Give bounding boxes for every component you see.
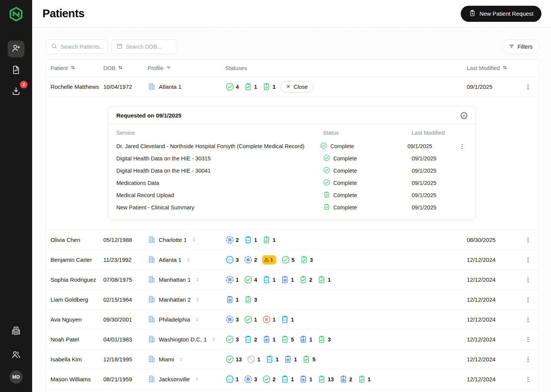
- new-patient-request-button[interactable]: New Patient Request: [461, 6, 541, 22]
- profile-switcher[interactable]: [178, 356, 184, 362]
- patient-profile: Washington D.C. 1: [148, 335, 225, 344]
- status-group[interactable]: 1: [280, 315, 294, 324]
- row-menu-button[interactable]: [523, 235, 533, 245]
- profile-switcher[interactable]: [194, 376, 200, 382]
- status-group[interactable]: 3: [244, 295, 257, 304]
- status-group[interactable]: 3: [300, 255, 313, 264]
- patient-dob: 11/23/1992: [103, 256, 148, 263]
- status-group[interactable]: 5: [280, 335, 294, 344]
- sort-icon[interactable]: [502, 65, 508, 72]
- status-group[interactable]: 2: [262, 375, 276, 384]
- search-dob-input[interactable]: [126, 44, 172, 50]
- status-processing-gear-icon: [244, 255, 253, 264]
- profile-switcher[interactable]: [194, 317, 200, 322]
- status-group[interactable]: 1: [284, 355, 297, 364]
- column-header-dob[interactable]: DOB: [103, 65, 148, 72]
- status-group[interactable]: 5: [302, 355, 315, 364]
- sidebar-item-reports[interactable]: [8, 62, 24, 79]
- sidebar-item-downloads[interactable]: 2: [8, 83, 24, 100]
- status-complete-icon: [323, 167, 330, 175]
- patient-row[interactable]: Rochelle Matthews 10/04/1972 Atlanta 1 4…: [46, 77, 539, 97]
- status-group[interactable]: 3: [317, 335, 331, 344]
- status-group[interactable]: 1: [244, 315, 257, 324]
- status-group[interactable]: 3: [244, 375, 257, 384]
- row-menu-button[interactable]: [523, 314, 533, 325]
- status-group[interactable]: 1: [262, 82, 276, 91]
- profile-switcher[interactable]: [191, 237, 197, 243]
- search-patients-input[interactable]: [60, 44, 103, 50]
- patient-row[interactable]: Liam Goldberg 02/15/1964 Manhattan 2 13 …: [46, 290, 539, 310]
- status-group[interactable]: 1: [265, 355, 279, 364]
- column-header-last-modified[interactable]: Last Modified: [467, 65, 517, 72]
- filter-icon[interactable]: [166, 65, 171, 72]
- profile-switcher[interactable]: [195, 277, 201, 283]
- patient-profile: Miami: [148, 355, 225, 364]
- profile-switcher[interactable]: [195, 297, 201, 302]
- patient-row[interactable]: Sophia Rodriguez 07/08/1975 Manhattan 1 …: [46, 270, 539, 290]
- sidebar-item-team[interactable]: [8, 347, 24, 364]
- status-group[interactable]: 1: [262, 315, 276, 324]
- row-menu-button[interactable]: [523, 334, 533, 345]
- task-complete-icon: [299, 275, 308, 284]
- status-group[interactable]: 1: [225, 375, 239, 384]
- close-expanded-button[interactable]: Close: [280, 81, 313, 93]
- last-modified-date: 12/12/2024: [467, 336, 517, 343]
- profile-switcher[interactable]: [211, 336, 217, 342]
- status-group[interactable]: 2: [339, 375, 352, 384]
- column-header-profile[interactable]: Profile: [148, 65, 225, 72]
- status-group[interactable]: 2: [225, 235, 239, 244]
- status-group[interactable]: 1: [262, 335, 276, 344]
- status-group[interactable]: 2: [244, 335, 257, 344]
- status-group[interactable]: 1: [244, 82, 257, 91]
- service-menu-button[interactable]: [456, 141, 467, 152]
- sort-icon[interactable]: [117, 65, 123, 72]
- patient-row[interactable]: Ava Nguyen 09/30/2001 Philadelphia 3111 …: [46, 310, 539, 330]
- status-group[interactable]: 13: [317, 375, 334, 384]
- patient-row[interactable]: Noah Patel 04/01/1983 Washington D.C. 1 …: [46, 330, 539, 350]
- column-header-patient[interactable]: Patient: [46, 65, 103, 72]
- status-group[interactable]: 1: [225, 295, 239, 304]
- status-group[interactable]: 3: [225, 315, 239, 324]
- status-group[interactable]: 3: [225, 255, 239, 264]
- row-menu-button[interactable]: [523, 82, 533, 92]
- user-avatar[interactable]: MD: [10, 371, 23, 384]
- sidebar-item-new-patient[interactable]: [8, 41, 24, 57]
- status-group[interactable]: 1: [262, 235, 276, 244]
- status-group[interactable]: 1: [244, 235, 257, 244]
- row-menu-button[interactable]: [523, 274, 533, 285]
- status-group[interactable]: 1: [357, 375, 371, 384]
- profile-switcher[interactable]: [186, 257, 191, 263]
- status-group[interactable]: 1: [317, 275, 331, 284]
- status-group[interactable]: 1: [262, 275, 276, 284]
- status-group[interactable]: 1: [280, 275, 294, 284]
- patient-row[interactable]: Olivia Chen 05/12/1988 Charlotte 1 211 0…: [46, 230, 539, 250]
- patient-row-partial[interactable]: [46, 389, 539, 392]
- row-menu-button[interactable]: [523, 374, 533, 385]
- status-group[interactable]: 3: [225, 335, 239, 344]
- sidebar-item-facilities[interactable]: [8, 323, 24, 340]
- row-menu-button[interactable]: [523, 294, 533, 305]
- status-group[interactable]: 2: [244, 255, 257, 264]
- row-menu-button[interactable]: [523, 354, 533, 365]
- status-group[interactable]: 4: [225, 82, 239, 91]
- task-upload-complete-icon: [262, 235, 271, 244]
- warning-status-badge[interactable]: 1: [262, 255, 276, 265]
- status-group[interactable]: 1: [299, 335, 312, 344]
- status-group[interactable]: 1: [299, 375, 312, 384]
- row-menu-button[interactable]: [523, 255, 533, 265]
- status-group[interactable]: 2: [299, 275, 312, 284]
- patient-row[interactable]: Benjamin Carter 11/23/1992 Atlanta 1 321…: [46, 250, 539, 270]
- status-group[interactable]: 4: [244, 275, 257, 284]
- status-group[interactable]: 1: [225, 275, 239, 284]
- status-group[interactable]: 13: [225, 355, 242, 364]
- status-group[interactable]: 1: [247, 355, 260, 364]
- status-group[interactable]: 5: [281, 255, 295, 264]
- brand-logo-icon[interactable]: [7, 5, 25, 23]
- patient-row[interactable]: Isabella Kim 12/18/1995 Miami 131115 12/…: [46, 350, 539, 369]
- patient-row[interactable]: Mason Williams 08/21/1959 Jacksonville 1…: [46, 369, 539, 389]
- profile-name: Jacksonville: [159, 376, 190, 382]
- info-icon[interactable]: [460, 111, 468, 119]
- sort-icon[interactable]: [70, 65, 76, 72]
- status-group[interactable]: 1: [280, 375, 294, 384]
- filters-button[interactable]: Filters: [502, 39, 540, 54]
